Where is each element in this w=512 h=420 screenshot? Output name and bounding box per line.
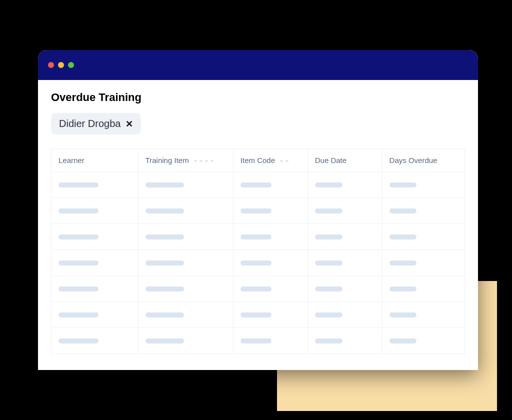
skeleton-placeholder — [58, 338, 98, 344]
skeleton-placeholder — [146, 234, 184, 240]
filter-chip-label: Didier Drogba — [59, 118, 120, 130]
table-cell — [308, 250, 382, 276]
col-days-overdue[interactable]: Days Overdue — [382, 149, 464, 172]
skeleton-placeholder — [390, 312, 417, 318]
table-row[interactable] — [52, 224, 465, 250]
table-row[interactable] — [52, 328, 465, 354]
skeleton-placeholder — [58, 208, 98, 214]
table-cell — [138, 276, 233, 302]
window-controls — [48, 62, 74, 68]
drag-handle-icon[interactable] — [280, 160, 288, 162]
skeleton-placeholder — [58, 260, 98, 266]
skeleton-placeholder — [315, 182, 342, 188]
col-training-item[interactable]: Training Item — [138, 149, 233, 172]
skeleton-placeholder — [315, 286, 342, 292]
skeleton-placeholder — [146, 208, 184, 214]
col-label: Item Code — [240, 156, 275, 164]
page-title: Overdue Training — [51, 91, 465, 104]
window-close-button[interactable] — [48, 62, 54, 68]
skeleton-placeholder — [58, 286, 98, 292]
table-cell — [138, 302, 233, 328]
skeleton-placeholder — [240, 208, 272, 214]
table-cell — [233, 302, 308, 328]
skeleton-placeholder — [146, 182, 184, 188]
table-row[interactable] — [52, 198, 465, 224]
table-header-row: Learner Training Item Item Code Due Date — [52, 149, 465, 172]
table-cell — [233, 276, 308, 302]
table-cell — [52, 198, 138, 224]
skeleton-placeholder — [390, 208, 417, 214]
table-cell — [308, 198, 382, 224]
table-cell — [382, 328, 464, 354]
skeleton-placeholder — [58, 234, 98, 240]
table-cell — [382, 276, 464, 302]
skeleton-placeholder — [315, 208, 342, 214]
drag-handle-icon[interactable] — [194, 160, 214, 162]
table-row[interactable] — [52, 250, 465, 276]
table-cell — [138, 250, 233, 276]
skeleton-placeholder — [146, 338, 184, 344]
skeleton-placeholder — [146, 312, 184, 318]
table-cell — [138, 198, 233, 224]
app-window: Overdue Training Didier Drogba ✕ Learner… — [38, 50, 478, 370]
table-cell — [308, 172, 382, 198]
table-row[interactable] — [52, 276, 465, 302]
table-cell — [138, 172, 233, 198]
skeleton-placeholder — [315, 234, 342, 240]
table-cell — [382, 198, 464, 224]
skeleton-placeholder — [58, 312, 98, 318]
skeleton-placeholder — [315, 260, 342, 266]
window-minimize-button[interactable] — [58, 62, 64, 68]
table-cell — [382, 172, 464, 198]
filter-chip[interactable]: Didier Drogba ✕ — [51, 113, 141, 134]
col-learner[interactable]: Learner — [52, 149, 138, 172]
skeleton-placeholder — [240, 286, 272, 292]
table-row[interactable] — [52, 172, 465, 198]
titlebar — [38, 50, 478, 80]
content-area: Overdue Training Didier Drogba ✕ Learner… — [38, 80, 478, 354]
skeleton-placeholder — [390, 234, 417, 240]
skeleton-placeholder — [390, 338, 417, 344]
table-cell — [52, 224, 138, 250]
table-cell — [52, 172, 138, 198]
table-row[interactable] — [52, 302, 465, 328]
skeleton-placeholder — [390, 182, 417, 188]
skeleton-placeholder — [240, 182, 272, 188]
table-cell — [52, 250, 138, 276]
table-cell — [308, 276, 382, 302]
skeleton-placeholder — [240, 338, 272, 344]
skeleton-placeholder — [146, 286, 184, 292]
table-cell — [233, 172, 308, 198]
skeleton-placeholder — [240, 234, 272, 240]
col-label: Training Item — [146, 156, 189, 164]
col-label: Due Date — [315, 156, 346, 164]
col-label: Days Overdue — [390, 156, 438, 164]
skeleton-placeholder — [315, 338, 342, 344]
skeleton-placeholder — [58, 182, 98, 188]
table-cell — [52, 328, 138, 354]
table-cell — [52, 276, 138, 302]
table-cell — [382, 224, 464, 250]
overdue-training-table: Learner Training Item Item Code Due Date — [51, 148, 465, 354]
table-cell — [382, 302, 464, 328]
window-zoom-button[interactable] — [68, 62, 74, 68]
skeleton-placeholder — [390, 260, 417, 266]
table-cell — [233, 198, 308, 224]
skeleton-placeholder — [315, 312, 342, 318]
table-cell — [308, 328, 382, 354]
table-cell — [52, 302, 138, 328]
col-label: Learner — [58, 156, 84, 164]
table-cell — [308, 224, 382, 250]
table-cell — [233, 328, 308, 354]
table-cell — [382, 250, 464, 276]
skeleton-placeholder — [240, 260, 272, 266]
col-due-date[interactable]: Due Date — [308, 149, 382, 172]
col-item-code[interactable]: Item Code — [233, 149, 308, 172]
table-cell — [138, 224, 233, 250]
close-icon[interactable]: ✕ — [126, 120, 133, 128]
table-cell — [233, 224, 308, 250]
table-cell — [138, 328, 233, 354]
table-cell — [308, 302, 382, 328]
skeleton-placeholder — [390, 286, 417, 292]
skeleton-placeholder — [146, 260, 184, 266]
